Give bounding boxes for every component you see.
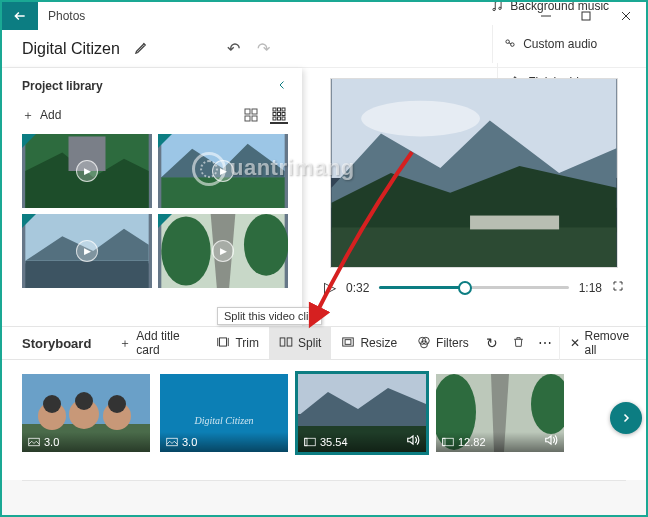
back-button[interactable] <box>2 2 38 30</box>
background-music-button[interactable]: Background music <box>480 0 619 25</box>
svg-rect-10 <box>245 116 250 121</box>
svg-rect-55 <box>305 438 316 446</box>
svg-rect-11 <box>252 116 257 121</box>
clip-item[interactable]: 3.0 <box>22 374 150 452</box>
remove-all-button[interactable]: ✕ Remove all <box>559 326 647 360</box>
seek-slider[interactable] <box>379 286 568 289</box>
svg-rect-26 <box>25 261 148 288</box>
svg-rect-35 <box>280 337 285 345</box>
plus-icon: ＋ <box>22 107 34 124</box>
add-title-card-button[interactable]: ＋ Add title card <box>109 326 206 360</box>
add-media-button[interactable]: ＋ Add <box>22 107 61 124</box>
clip-item[interactable]: 12.82 <box>436 374 564 452</box>
svg-rect-56 <box>305 438 307 446</box>
filters-button[interactable]: Filters <box>407 326 479 360</box>
rotate-button[interactable]: ↻ <box>479 335 506 351</box>
library-title: Project library <box>22 79 103 93</box>
video-icon <box>304 437 316 447</box>
trim-button[interactable]: Trim <box>206 326 269 360</box>
project-toolbar: Digital Citizen ↶ ↷ Background music Cus… <box>2 30 646 68</box>
svg-rect-18 <box>273 117 276 120</box>
bg-music-label: Background music <box>510 0 609 13</box>
filters-icon <box>417 335 431 352</box>
trash-icon <box>512 335 525 349</box>
preview-panel: ▷ 0:32 1:18 <box>302 68 646 326</box>
svg-rect-32 <box>332 227 617 267</box>
app-title: Photos <box>38 2 526 30</box>
title-card-text: Digital Citizen <box>193 415 253 426</box>
main-area: Project library ＋ Add <box>2 68 646 326</box>
clip-duration: 12.82 <box>458 436 486 448</box>
library-item[interactable]: ▶ <box>158 214 288 288</box>
clip-duration: 35.54 <box>320 436 348 448</box>
library-item[interactable]: ▶ <box>22 134 152 208</box>
storyboard-toolbar: Split this video clip Storyboard ＋ Add t… <box>2 326 646 360</box>
image-icon <box>28 437 40 447</box>
view-large-grid[interactable] <box>242 106 260 124</box>
music-icon <box>490 0 504 13</box>
svg-rect-13 <box>278 108 281 111</box>
audio-icon <box>406 434 420 449</box>
svg-rect-15 <box>273 113 276 116</box>
library-item[interactable]: ▶ <box>22 214 152 288</box>
svg-rect-37 <box>343 337 354 345</box>
grid-large-icon <box>244 108 258 122</box>
svg-rect-12 <box>273 108 276 111</box>
grid-small-icon <box>272 107 286 121</box>
redo-button: ↷ <box>249 39 279 58</box>
library-item[interactable]: ▶ <box>158 134 288 208</box>
split-tooltip: Split this video clip <box>217 307 322 325</box>
split-label: Split <box>298 336 321 350</box>
total-time: 1:18 <box>579 281 602 295</box>
plus-icon: ＋ <box>119 335 131 352</box>
project-library-panel: Project library ＋ Add <box>2 68 302 326</box>
svg-rect-9 <box>252 109 257 114</box>
svg-rect-52 <box>167 438 178 446</box>
video-icon <box>442 437 454 447</box>
remove-all-label: Remove all <box>585 329 637 357</box>
svg-rect-36 <box>287 337 292 345</box>
add-label: Add <box>40 108 61 122</box>
svg-point-5 <box>499 7 501 9</box>
svg-rect-33 <box>470 216 559 230</box>
svg-rect-20 <box>282 117 285 120</box>
split-icon <box>279 336 293 351</box>
image-icon <box>166 437 178 447</box>
scroll-right-button[interactable] <box>610 402 642 434</box>
clip-item-selected[interactable]: 35.54 <box>298 374 426 452</box>
collapse-library-button[interactable] <box>276 78 288 94</box>
storyboard-more-button[interactable]: ⋯ <box>532 335 559 351</box>
playback-controls: ▷ 0:32 1:18 <box>324 278 624 297</box>
play-button[interactable]: ▷ <box>324 278 336 297</box>
project-title[interactable]: Digital Citizen <box>22 40 128 58</box>
filters-label: Filters <box>436 336 469 350</box>
trim-icon <box>216 336 230 351</box>
play-icon: ▶ <box>76 240 98 262</box>
split-button[interactable]: Split <box>269 326 331 360</box>
svg-rect-34 <box>220 337 227 345</box>
view-small-grid[interactable] <box>270 106 288 124</box>
chevron-left-icon <box>276 79 288 91</box>
rename-button[interactable] <box>134 40 149 58</box>
resize-button[interactable]: Resize <box>331 326 407 360</box>
fullscreen-button[interactable] <box>612 280 624 295</box>
trim-label: Trim <box>235 336 259 350</box>
play-icon: ▶ <box>212 160 234 182</box>
play-icon: ▶ <box>212 240 234 262</box>
svg-point-31 <box>361 101 480 137</box>
fullscreen-icon <box>612 280 624 292</box>
delete-button[interactable] <box>505 335 532 352</box>
add-title-label: Add title card <box>136 329 196 357</box>
storyboard-clips: 3.0 Digital Citizen 3.0 35.54 12.82 <box>2 360 646 480</box>
undo-button[interactable]: ↶ <box>219 39 249 58</box>
video-preview[interactable] <box>330 78 618 268</box>
custom-audio-button[interactable]: Custom audio <box>492 25 607 63</box>
clip-item[interactable]: Digital Citizen 3.0 <box>160 374 288 452</box>
svg-rect-16 <box>278 113 281 116</box>
resize-icon <box>341 336 355 351</box>
clip-duration: 3.0 <box>44 436 59 448</box>
clip-duration: 3.0 <box>182 436 197 448</box>
audio-icon <box>544 434 558 449</box>
x-icon: ✕ <box>570 336 580 350</box>
svg-rect-61 <box>443 438 445 446</box>
